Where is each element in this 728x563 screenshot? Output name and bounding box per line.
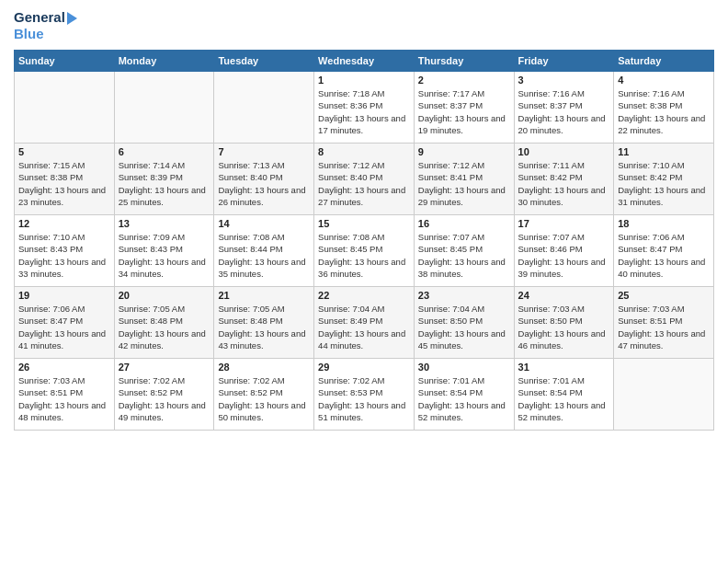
day-info: Sunrise: 7:04 AMSunset: 8:49 PMDaylight:…	[318, 303, 410, 351]
day-info: Sunrise: 7:13 AMSunset: 8:40 PMDaylight:…	[218, 159, 310, 208]
day-number: 22	[318, 290, 410, 301]
day-info: Sunrise: 7:17 AMSunset: 8:37 PMDaylight:…	[418, 87, 510, 136]
day-info: Sunrise: 7:03 AMSunset: 8:50 PMDaylight:…	[518, 303, 610, 351]
day-info: Sunrise: 7:02 AMSunset: 8:52 PMDaylight:…	[218, 374, 310, 423]
calendar-week-row: 1Sunrise: 7:18 AMSunset: 8:36 PMDaylight…	[15, 72, 714, 144]
calendar-day-cell: 6Sunrise: 7:14 AMSunset: 8:39 PMDaylight…	[114, 144, 214, 215]
day-number: 23	[418, 290, 510, 301]
day-info: Sunrise: 7:14 AMSunset: 8:39 PMDaylight:…	[119, 159, 210, 208]
calendar-day-cell: 27Sunrise: 7:02 AMSunset: 8:52 PMDayligh…	[114, 359, 214, 431]
day-number: 1	[318, 75, 410, 86]
day-info: Sunrise: 7:18 AMSunset: 8:36 PMDaylight:…	[318, 87, 410, 136]
day-info: Sunrise: 7:07 AMSunset: 8:46 PMDaylight:…	[518, 231, 610, 280]
day-info: Sunrise: 7:09 AMSunset: 8:43 PMDaylight:…	[119, 231, 210, 280]
day-info: Sunrise: 7:16 AMSunset: 8:37 PMDaylight:…	[518, 87, 610, 136]
day-number: 5	[18, 146, 110, 157]
day-number: 4	[618, 75, 710, 86]
day-info: Sunrise: 7:03 AMSunset: 8:51 PMDaylight:…	[18, 374, 110, 423]
calendar-week-row: 19Sunrise: 7:06 AMSunset: 8:47 PMDayligh…	[15, 287, 714, 359]
calendar-week-row: 26Sunrise: 7:03 AMSunset: 8:51 PMDayligh…	[15, 359, 714, 431]
day-info: Sunrise: 7:02 AMSunset: 8:52 PMDaylight:…	[119, 374, 210, 423]
calendar-day-cell: 18Sunrise: 7:06 AMSunset: 8:47 PMDayligh…	[614, 215, 714, 287]
day-info: Sunrise: 7:08 AMSunset: 8:44 PMDaylight:…	[218, 231, 310, 280]
weekday-header: Saturday	[614, 51, 714, 72]
day-number: 24	[518, 290, 610, 301]
logo-line2: Blue	[14, 26, 77, 42]
day-info: Sunrise: 7:05 AMSunset: 8:48 PMDaylight:…	[218, 303, 310, 351]
logo-line1: General	[14, 9, 77, 26]
day-number: 19	[18, 290, 110, 301]
day-number: 7	[218, 146, 310, 157]
page-header: General Blue	[14, 9, 714, 42]
calendar-day-cell: 22Sunrise: 7:04 AMSunset: 8:49 PMDayligh…	[314, 287, 415, 359]
page-container: General Blue SundayMondayTuesdayWednesda…	[0, 0, 728, 440]
day-info: Sunrise: 7:01 AMSunset: 8:54 PMDaylight:…	[418, 374, 510, 423]
day-number: 8	[318, 146, 410, 157]
weekday-header: Monday	[114, 51, 214, 72]
day-info: Sunrise: 7:16 AMSunset: 8:38 PMDaylight:…	[618, 87, 710, 136]
day-info: Sunrise: 7:10 AMSunset: 8:42 PMDaylight:…	[618, 159, 710, 208]
day-number: 20	[119, 290, 210, 301]
day-number: 6	[119, 146, 210, 157]
day-info: Sunrise: 7:02 AMSunset: 8:53 PMDaylight:…	[318, 374, 410, 423]
weekday-header: Wednesday	[314, 51, 415, 72]
day-number: 9	[418, 146, 510, 157]
calendar-day-cell: 23Sunrise: 7:04 AMSunset: 8:50 PMDayligh…	[414, 287, 514, 359]
calendar-day-cell: 30Sunrise: 7:01 AMSunset: 8:54 PMDayligh…	[414, 359, 514, 431]
day-number: 27	[119, 362, 210, 373]
calendar-day-cell: 29Sunrise: 7:02 AMSunset: 8:53 PMDayligh…	[314, 359, 415, 431]
calendar-day-cell: 25Sunrise: 7:03 AMSunset: 8:51 PMDayligh…	[614, 287, 714, 359]
calendar-week-row: 12Sunrise: 7:10 AMSunset: 8:43 PMDayligh…	[15, 215, 714, 287]
day-info: Sunrise: 7:01 AMSunset: 8:54 PMDaylight:…	[518, 374, 610, 423]
day-number: 26	[18, 362, 110, 373]
day-info: Sunrise: 7:04 AMSunset: 8:50 PMDaylight:…	[418, 303, 510, 351]
calendar-day-cell: 11Sunrise: 7:10 AMSunset: 8:42 PMDayligh…	[614, 144, 714, 215]
calendar-day-cell: 16Sunrise: 7:07 AMSunset: 8:45 PMDayligh…	[414, 215, 514, 287]
day-number: 2	[418, 75, 510, 86]
calendar-day-cell: 12Sunrise: 7:10 AMSunset: 8:43 PMDayligh…	[15, 215, 115, 287]
day-number: 16	[418, 218, 510, 229]
day-number: 15	[318, 218, 410, 229]
logo: General Blue	[14, 9, 77, 42]
weekday-header: Tuesday	[214, 51, 314, 72]
day-number: 11	[618, 146, 710, 157]
calendar-day-cell: 21Sunrise: 7:05 AMSunset: 8:48 PMDayligh…	[214, 287, 314, 359]
day-info: Sunrise: 7:03 AMSunset: 8:51 PMDaylight:…	[618, 303, 710, 351]
day-number: 30	[418, 362, 510, 373]
calendar-day-cell: 4Sunrise: 7:16 AMSunset: 8:38 PMDaylight…	[614, 72, 714, 144]
weekday-header-row: SundayMondayTuesdayWednesdayThursdayFrid…	[15, 51, 714, 72]
day-number: 13	[119, 218, 210, 229]
calendar-day-cell: 15Sunrise: 7:08 AMSunset: 8:45 PMDayligh…	[314, 215, 415, 287]
day-number: 10	[518, 146, 610, 157]
day-info: Sunrise: 7:05 AMSunset: 8:48 PMDaylight:…	[119, 303, 210, 351]
day-number: 21	[218, 290, 310, 301]
day-info: Sunrise: 7:08 AMSunset: 8:45 PMDaylight:…	[318, 231, 410, 280]
calendar-day-cell: 31Sunrise: 7:01 AMSunset: 8:54 PMDayligh…	[514, 359, 614, 431]
day-info: Sunrise: 7:06 AMSunset: 8:47 PMDaylight:…	[618, 231, 710, 280]
calendar-day-cell: 3Sunrise: 7:16 AMSunset: 8:37 PMDaylight…	[514, 72, 614, 144]
calendar-table: SundayMondayTuesdayWednesdayThursdayFrid…	[14, 50, 714, 431]
weekday-header: Sunday	[15, 51, 115, 72]
calendar-day-cell: 28Sunrise: 7:02 AMSunset: 8:52 PMDayligh…	[214, 359, 314, 431]
calendar-day-cell: 2Sunrise: 7:17 AMSunset: 8:37 PMDaylight…	[414, 72, 514, 144]
calendar-day-cell: 17Sunrise: 7:07 AMSunset: 8:46 PMDayligh…	[514, 215, 614, 287]
calendar-day-cell: 13Sunrise: 7:09 AMSunset: 8:43 PMDayligh…	[114, 215, 214, 287]
calendar-week-row: 5Sunrise: 7:15 AMSunset: 8:38 PMDaylight…	[15, 144, 714, 215]
calendar-day-cell: 9Sunrise: 7:12 AMSunset: 8:41 PMDaylight…	[414, 144, 514, 215]
calendar-day-cell: 19Sunrise: 7:06 AMSunset: 8:47 PMDayligh…	[15, 287, 115, 359]
calendar-day-cell	[214, 72, 314, 144]
day-info: Sunrise: 7:06 AMSunset: 8:47 PMDaylight:…	[18, 303, 110, 351]
day-number: 17	[518, 218, 610, 229]
day-number: 14	[218, 218, 310, 229]
weekday-header: Thursday	[414, 51, 514, 72]
day-number: 12	[18, 218, 110, 229]
day-info: Sunrise: 7:12 AMSunset: 8:41 PMDaylight:…	[418, 159, 510, 208]
day-number: 25	[618, 290, 710, 301]
day-info: Sunrise: 7:15 AMSunset: 8:38 PMDaylight:…	[18, 159, 110, 208]
day-number: 18	[618, 218, 710, 229]
day-number: 28	[218, 362, 310, 373]
calendar-day-cell: 8Sunrise: 7:12 AMSunset: 8:40 PMDaylight…	[314, 144, 415, 215]
day-number: 29	[318, 362, 410, 373]
day-number: 3	[518, 75, 610, 86]
day-info: Sunrise: 7:07 AMSunset: 8:45 PMDaylight:…	[418, 231, 510, 280]
